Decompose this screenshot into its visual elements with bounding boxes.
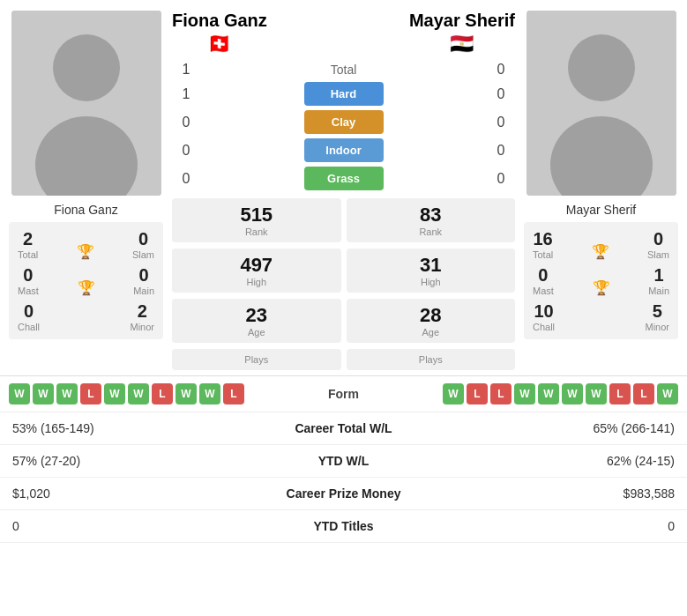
form-badge-w: W: [586, 383, 607, 404]
left-stats-box: 2 Total 🏆 0 Slam 0 Mast: [9, 222, 163, 339]
pm-plays-boxes: Plays Plays: [172, 349, 515, 370]
grass-surface-badge: Grass: [304, 167, 384, 190]
right-slam-stat: 0 Slam: [647, 229, 669, 260]
right-trophy-icon: 🏆: [592, 243, 609, 260]
pm-total-left: 1: [172, 62, 200, 78]
right-main-label: Main: [648, 286, 669, 296]
right-form-badges: WLLWWWWLLW: [443, 383, 678, 404]
left-rank-box: 515 Rank: [172, 198, 341, 242]
pm-names: Fiona Ganz 🇨🇭 Mayar Sherif 🇪🇬: [172, 11, 515, 56]
left-main-stat: 0 Main: [133, 265, 154, 296]
right-main-value: 1: [654, 265, 664, 286]
left-high-lbl: High: [246, 277, 266, 287]
right-silhouette-icon: [526, 11, 676, 196]
career-center-3: YTD Titles: [215, 519, 472, 533]
form-badge-w: W: [9, 383, 30, 404]
pm-grass-row: 0 Grass 0: [172, 167, 515, 190]
pm-total-lbl: Total: [200, 63, 487, 77]
left-minor-label: Minor: [130, 322, 154, 332]
right-total-label: Total: [533, 249, 553, 260]
svg-point-4: [568, 34, 635, 101]
pm-high-boxes: 497 High 31 High: [172, 249, 515, 293]
career-left-1: 57% (27-20): [12, 454, 215, 468]
pm-rank-boxes: 515 Rank 83 Rank: [172, 198, 515, 242]
left-rank-lbl: Rank: [245, 226, 268, 237]
bottom-section: WWWLWWLWWL Form WLLWWWWLLW 53% (165-149)…: [0, 375, 687, 543]
form-badge-l: L: [609, 383, 631, 404]
right-stats-box: 16 Total 🏆 0 Slam 0 Mast: [524, 222, 678, 339]
left-age-box: 23 Age: [172, 299, 341, 343]
pm-indoor-right: 0: [487, 143, 515, 159]
pm-total-row: 1 Total 0: [172, 62, 515, 78]
left-player-name-label: Fiona Ganz: [54, 203, 117, 217]
left-player-col: Fiona Ganz 2 Total 🏆 0 Slam: [9, 11, 163, 339]
right-mast-label: Mast: [533, 286, 554, 296]
right-slam-label: Slam: [647, 249, 669, 260]
left-rank-val: 515: [240, 204, 273, 226]
form-badge-w: W: [443, 383, 464, 404]
career-stats-container: 53% (165-149)Career Total W/L65% (266-14…: [0, 412, 687, 543]
right-player-photo: [526, 11, 676, 196]
right-player-name-label: Mayar Sherif: [566, 203, 636, 217]
left-total-value: 2: [23, 229, 33, 249]
left-slam-label: Slam: [132, 249, 154, 260]
left-mast-label: Mast: [18, 286, 39, 296]
left-silhouette-icon: [11, 11, 161, 196]
right-age-box: 28 Age: [347, 299, 516, 343]
form-badge-l: L: [633, 383, 654, 404]
right-trophy-icon2: 🏆: [593, 279, 610, 296]
pm-hard-left: 1: [172, 86, 200, 102]
form-badge-w: W: [104, 383, 125, 404]
left-form-badges: WWWLWWLWWL: [9, 383, 244, 404]
form-badge-w: W: [175, 383, 197, 404]
pm-indoor-left: 0: [172, 143, 200, 159]
hard-surface-badge: Hard: [304, 82, 384, 106]
pm-clay-right: 0: [487, 115, 515, 130]
pm-hard-right: 0: [487, 86, 515, 102]
pm-grass-left: 0: [172, 171, 200, 187]
form-badge-w: W: [514, 383, 535, 404]
right-total-stat: 16 Total: [533, 229, 553, 260]
right-high-val: 31: [420, 254, 441, 277]
left-high-val: 497: [240, 254, 273, 277]
left-chall-value: 0: [24, 301, 34, 322]
left-mast-value: 0: [23, 265, 33, 286]
left-trophy-cell: 🏆: [77, 243, 94, 260]
right-stats-row1: 16 Total 🏆 0 Slam: [533, 229, 669, 260]
form-badge-l: L: [467, 383, 488, 404]
left-plays-lbl: Plays: [244, 354, 268, 365]
career-stats-row-3: 0YTD Titles0: [0, 510, 687, 543]
right-player-col: Mayar Sherif 16 Total 🏆 0 Slam: [524, 11, 678, 339]
right-plays-lbl: Plays: [419, 354, 443, 365]
clay-surface-badge: Clay: [304, 110, 384, 134]
form-badge-l: L: [80, 383, 101, 404]
right-age-val: 28: [420, 304, 441, 327]
right-minor-value: 5: [653, 301, 662, 322]
indoor-surface-badge: Indoor: [304, 138, 384, 162]
career-right-0: 65% (266-141): [472, 421, 675, 435]
right-stats-row3: 10 Chall 5 Minor: [533, 301, 669, 332]
form-badge-l: L: [223, 383, 244, 404]
form-badge-w: W: [128, 383, 149, 404]
form-badge-l: L: [152, 383, 173, 404]
pm-age-boxes: 23 Age 28 Age: [172, 299, 515, 343]
right-main-stat: 1 Main: [648, 265, 669, 296]
form-row: WWWLWWLWWL Form WLLWWWWLLW: [0, 376, 687, 412]
right-pm-name-text: Mayar Sherif: [409, 11, 515, 31]
career-right-3: 0: [472, 519, 675, 533]
form-badge-w: W: [538, 383, 559, 404]
left-slam-stat: 0 Slam: [132, 229, 154, 260]
left-mast-stat: 0 Mast: [18, 265, 39, 296]
right-mast-value: 0: [538, 265, 548, 286]
form-badge-w: W: [33, 383, 54, 404]
pm-clay-row: 0 Clay 0: [172, 110, 515, 134]
right-mast-stat: 0 Mast: [533, 265, 554, 296]
pm-hard-row: 1 Hard 0: [172, 82, 515, 106]
left-plays-box: Plays: [172, 349, 341, 370]
left-chall-stat: 0 Chall: [18, 301, 40, 332]
right-chall-stat: 10 Chall: [533, 301, 555, 332]
career-right-2: $983,588: [472, 486, 675, 501]
career-center-0: Career Total W/L: [215, 421, 472, 435]
left-pm-flag: 🇨🇭: [207, 33, 231, 56]
pm-clay-surface: Clay: [200, 110, 487, 134]
